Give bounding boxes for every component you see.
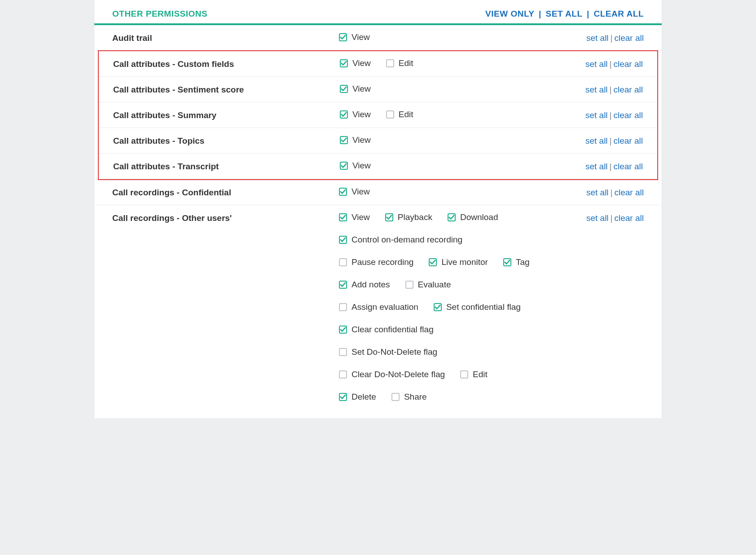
permission-options: ViewEdit [340,58,567,68]
perm-evaluate[interactable]: Evaluate [405,280,451,290]
checkbox-icon[interactable] [339,303,347,311]
checkbox-icon[interactable] [339,348,347,356]
perm-share[interactable]: Share [391,392,427,402]
checkbox-icon[interactable] [339,393,347,401]
perm-view[interactable]: View [340,110,371,119]
permission-options: View [339,32,567,42]
permission-options: View [340,135,567,145]
perm-label: Delete [352,392,376,402]
checkbox-icon[interactable] [339,281,347,289]
perm-view[interactable]: View [340,58,371,68]
checkbox-icon[interactable] [340,59,348,67]
perm-pause-recording[interactable]: Pause recording [339,257,413,267]
row-clear-all[interactable]: clear all [615,213,644,223]
perm-view[interactable]: View [339,187,370,197]
checkbox-icon[interactable] [448,213,456,221]
checkbox-icon[interactable] [339,326,347,334]
perm-delete[interactable]: Delete [339,392,376,402]
perm-view[interactable]: View [339,212,370,222]
permission-name: Call recordings - Confidential [112,187,339,198]
row-set-all[interactable]: set all [585,136,608,145]
perm-label: View [352,135,371,145]
row-set-all[interactable]: set all [586,188,609,197]
checkbox-icon[interactable] [339,213,347,221]
permission-options: ViewPlaybackDownloadControl on-demand re… [339,212,567,402]
checkbox-icon[interactable] [340,85,348,93]
checkbox-icon[interactable] [340,110,348,119]
row-actions: set all|clear all [567,84,643,95]
perm-live-monitor[interactable]: Live monitor [429,257,488,267]
row-clear-all[interactable]: clear all [614,136,643,145]
row-actions: set all|clear all [567,187,644,198]
perm-clear-do-not-delete-flag[interactable]: Clear Do-Not-Delete flag [339,370,445,379]
perm-clear-confidential-flag[interactable]: Clear confidential flag [339,325,434,335]
row-clear-all[interactable]: clear all [614,162,643,171]
perm-download[interactable]: Download [448,212,498,222]
perm-set-confidential-flag[interactable]: Set confidential flag [434,302,521,312]
row-set-all[interactable]: set all [585,59,608,69]
checkbox-icon[interactable] [460,370,468,379]
header-view-only[interactable]: VIEW ONLY [485,9,534,18]
row-clear-all[interactable]: clear all [614,110,643,120]
row-actions: set all|clear all [567,58,643,69]
perm-edit[interactable]: Edit [460,370,488,379]
perm-view[interactable]: View [340,84,371,94]
perm-label: Pause recording [352,257,413,267]
perm-playback[interactable]: Playback [385,212,432,222]
permission-name: Call attributes - Summary [113,110,340,120]
row-set-all[interactable]: set all [585,110,608,120]
perm-tag[interactable]: Tag [503,257,530,267]
perm-view[interactable]: View [339,32,370,42]
header-clear-all[interactable]: CLEAR ALL [594,9,644,18]
checkbox-icon[interactable] [391,393,400,401]
row-set-all[interactable]: set all [586,213,609,223]
row-actions: set all|clear all [567,212,644,223]
perm-edit[interactable]: Edit [386,110,413,119]
highlighted-rows: Call attributes - Custom fieldsViewEdits… [98,50,658,180]
row-clear-all[interactable]: clear all [614,85,643,94]
perm-label: Clear confidential flag [352,325,434,335]
checkbox-icon[interactable] [339,236,347,244]
row-clear-all[interactable]: clear all [615,33,644,43]
checkbox-icon[interactable] [429,258,437,266]
checkbox-icon[interactable] [339,370,347,379]
checkbox-icon[interactable] [386,59,394,67]
perm-label: Control on-demand recording [352,235,462,245]
checkbox-icon[interactable] [386,110,394,119]
perm-add-notes[interactable]: Add notes [339,280,390,290]
row-set-all[interactable]: set all [586,33,609,43]
permission-name: Call attributes - Topics [113,135,340,146]
perm-assign-evaluation[interactable]: Assign evaluation [339,302,418,312]
perm-label: Set Do-Not-Delete flag [352,347,437,357]
perm-view[interactable]: View [340,135,371,145]
row-clear-all[interactable]: clear all [614,59,643,69]
section-title: OTHER PERMISSIONS [112,9,207,19]
row-actions: set all|clear all [567,135,643,146]
perm-view[interactable]: View [340,161,371,171]
checkbox-icon[interactable] [339,258,347,266]
perm-set-do-not-delete-flag[interactable]: Set Do-Not-Delete flag [339,347,437,357]
row-clear-all[interactable]: clear all [615,188,644,197]
permission-row-audit-trail: Audit trailViewset all|clear all [94,25,662,51]
row-set-all[interactable]: set all [585,85,608,94]
checkbox-icon[interactable] [385,213,393,221]
header-actions: VIEW ONLY | SET ALL | CLEAR ALL [485,9,644,19]
checkbox-icon[interactable] [339,33,347,41]
perm-label: Evaluate [418,280,451,290]
checkbox-icon[interactable] [405,281,413,289]
checkbox-icon[interactable] [339,188,347,196]
checkbox-icon[interactable] [503,258,511,266]
perm-label: View [352,110,371,119]
perm-label: View [352,187,370,197]
permission-row-call-rec-confidential: Call recordings - ConfidentialViewset al… [94,180,662,205]
perm-label: Edit [473,370,488,379]
checkbox-icon[interactable] [340,136,348,144]
perm-control-on-demand-recording[interactable]: Control on-demand recording [339,235,462,245]
checkbox-icon[interactable] [340,162,348,170]
header-set-all[interactable]: SET ALL [546,9,583,18]
permission-row-call-rec-other-users: Call recordings - Other users'ViewPlayba… [94,205,662,409]
perm-label: Tag [516,257,530,267]
checkbox-icon[interactable] [434,303,442,311]
perm-edit[interactable]: Edit [386,58,413,68]
row-set-all[interactable]: set all [585,162,608,171]
